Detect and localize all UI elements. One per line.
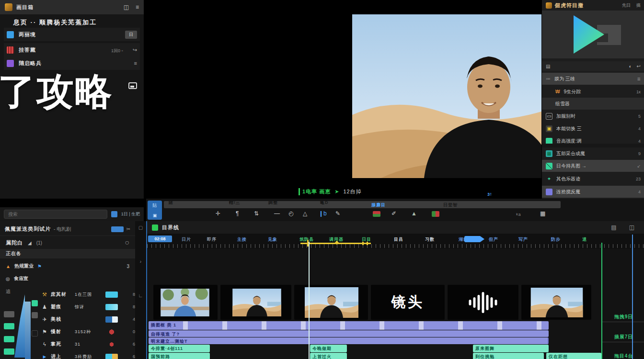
media-action-button[interactable]: 日: [125, 31, 137, 39]
split-view-icon[interactable]: ◫: [629, 224, 634, 231]
effect-color-swatch[interactable]: [105, 304, 118, 310]
property-row[interactable]: ▦ 五部采合成魔 9: [542, 147, 644, 159]
toolbar-tab[interactable]: 亀D: [320, 200, 329, 206]
timecode-chip[interactable]: 02:08: [148, 236, 172, 242]
corner-icon[interactable]: ∟: [138, 293, 143, 298]
copy-row[interactable]: ◎ 食庙宣: [0, 273, 135, 284]
toolbar-tool-icon[interactable]: ▲: [411, 210, 417, 217]
effect-color-swatch[interactable]: [105, 341, 118, 348]
undo-icon[interactable]: ↩: [637, 64, 641, 69]
effect-color-swatch[interactable]: [105, 292, 118, 298]
video-clip-1[interactable]: [153, 285, 218, 320]
range-tick[interactable]: [367, 242, 368, 245]
toolbar-tool-icon[interactable]: ◴: [288, 210, 293, 217]
effect-row[interactable]: ♟ 塑痕 惊讶 8: [41, 301, 135, 313]
property-row[interactable]: ≔ 膜为 三雄 ≣: [542, 73, 644, 85]
toolbar-color-chip-icon[interactable]: [373, 211, 380, 217]
property-row[interactable]: 组雪器: [542, 98, 644, 110]
search-input[interactable]: [4, 210, 107, 219]
flame-row[interactable]: ▲ 热规重业 ⚑ 3: [0, 260, 135, 272]
toolbar-tool-icon[interactable]: ¶: [236, 210, 239, 217]
effect-preview-box[interactable]: [542, 11, 644, 58]
toolbar-tool-icon[interactable]: ✎: [335, 210, 340, 217]
range-tick[interactable]: [362, 242, 364, 245]
subtitle-segment[interactable]: 上首过火: [310, 353, 347, 359]
toolbar-tool-icon[interactable]: ❙b: [319, 210, 327, 217]
subtitle-segment[interactable]: 仅在距想: [546, 353, 601, 359]
master-row[interactable]: 属陀白 ◢ (1) ○: [0, 237, 135, 248]
subtitle-segment[interactable]: 今晚做期: [310, 345, 347, 352]
library-item-media[interactable]: 两丽境 日: [4, 28, 140, 41]
property-row[interactable]: ▭ 加服别时 5: [542, 110, 644, 122]
overlay-track-3[interactable]: 明末建立…测绘T: [149, 337, 549, 344]
scroll-handle[interactable]: [464, 236, 484, 242]
audio-clip[interactable]: [448, 285, 518, 320]
contrast-icon[interactable]: ◐: [629, 64, 632, 69]
subtitle-segment[interactable]: 今排重·4创111: [149, 345, 210, 352]
toolbar-tool-icon[interactable]: ⇅: [254, 210, 259, 217]
subtitle-segment[interactable]: 国预前路: [149, 353, 210, 359]
panel-button-2[interactable]: 摘: [636, 2, 641, 9]
checkbox[interactable]: [32, 330, 38, 337]
level-fader[interactable]: [14, 294, 25, 358]
subtitle-segment[interactable]: 原来图舞: [473, 345, 549, 352]
playhead[interactable]: [309, 242, 310, 359]
property-row[interactable]: 日今持具图 → ↙: [542, 160, 644, 172]
effect-row[interactable]: ⚒ 庶其材 1在三国 8: [41, 289, 135, 300]
toolbar-tool-icon[interactable]: ▦: [540, 210, 545, 217]
overlay-track-1[interactable]: 插图框 类 1: [149, 321, 549, 330]
marker-line-green[interactable]: [601, 243, 602, 359]
toolbar-tool-icon[interactable]: ✐: [391, 210, 396, 217]
toolbar-tool-icon[interactable]: —: [274, 210, 280, 217]
frame-icon[interactable]: ▢: [138, 225, 143, 230]
effect-color-swatch[interactable]: [105, 354, 118, 359]
toolbar-tab-strip[interactable]: [164, 201, 561, 208]
video-clip-4[interactable]: [521, 285, 591, 320]
property-row[interactable]: ▣ 本能切换 三 4: [542, 123, 644, 135]
level-fader-bar[interactable]: [25, 302, 31, 359]
swatch-small-green[interactable]: [32, 300, 38, 306]
swatch-green-2[interactable]: [4, 336, 14, 342]
effect-row[interactable]: ϟ 掌死 31 6: [41, 338, 135, 350]
panel-button-1[interactable]: 先日: [622, 2, 631, 9]
toolbar-tab[interactable]: 帽/三: [229, 200, 241, 206]
swatch-gray-1[interactable]: [4, 311, 14, 317]
video-clip-3[interactable]: [294, 285, 368, 320]
effects-blue-toggle[interactable]: [111, 226, 124, 232]
overlay-track-2[interactable]: 自得项造 了?: [149, 330, 549, 337]
stickers-list-icon[interactable]: ≡: [134, 60, 137, 66]
marker-line-blue[interactable]: [632, 235, 633, 359]
effects-arrow-icon[interactable]: ↪: [133, 47, 137, 53]
toolbar-tool-icon[interactable]: △: [303, 210, 307, 217]
swatch-green-1[interactable]: [4, 323, 14, 329]
effect-color-swatch[interactable]: [105, 329, 118, 335]
effect-row[interactable]: ⚑ 慢射 3152种 0: [41, 326, 135, 337]
scissors-icon[interactable]: ✂: [126, 226, 130, 232]
swatch-small-gray[interactable]: [32, 312, 38, 318]
list-icon[interactable]: ▤: [546, 64, 550, 69]
property-row[interactable]: ✦ 其色乐器迹 23: [542, 173, 644, 185]
property-row[interactable]: 连抢搅反魔 4: [542, 186, 644, 198]
caption-frame-icon[interactable]: [128, 82, 137, 89]
menu-icon[interactable]: ≡: [136, 4, 139, 11]
swatch-green-3[interactable]: [4, 348, 14, 355]
grid-view-icon[interactable]: ▤: [611, 224, 616, 231]
toolbar-tool-icon[interactable]: ✛: [216, 210, 220, 217]
tool-toggle-button[interactable]: 貼 ▣: [148, 201, 162, 220]
subtitle-segment[interactable]: 到位挑勉: [473, 353, 544, 359]
toolbar-color-chip-icon[interactable]: [432, 211, 439, 217]
chevron-right-icon[interactable]: ›: [140, 259, 141, 264]
toolbar-tab[interactable]: 調整: [268, 200, 278, 206]
toolbar-tab[interactable]: 賭: [169, 200, 173, 206]
text-clip[interactable]: 镜头: [371, 285, 445, 320]
effect-row[interactable]: ✈ 美栈 4: [41, 314, 135, 325]
export-icon[interactable]: ◫: [124, 4, 129, 11]
effect-row[interactable]: ► 进上 3科费励 6: [41, 351, 135, 359]
loop-icon[interactable]: ○: [125, 238, 129, 247]
property-row[interactable]: ₩ 9生分踪 1к: [542, 86, 644, 98]
video-clip-2[interactable]: [220, 285, 291, 320]
filter-icon[interactable]: [111, 211, 117, 217]
toolbar-tool-icon[interactable]: ₖₐ: [516, 210, 521, 217]
effect-color-swatch[interactable]: [105, 316, 118, 323]
timeline-ruler[interactable]: 02:08 日片 即序 主接 见象 筑防县 调用器 日目 目吕: [147, 234, 644, 249]
